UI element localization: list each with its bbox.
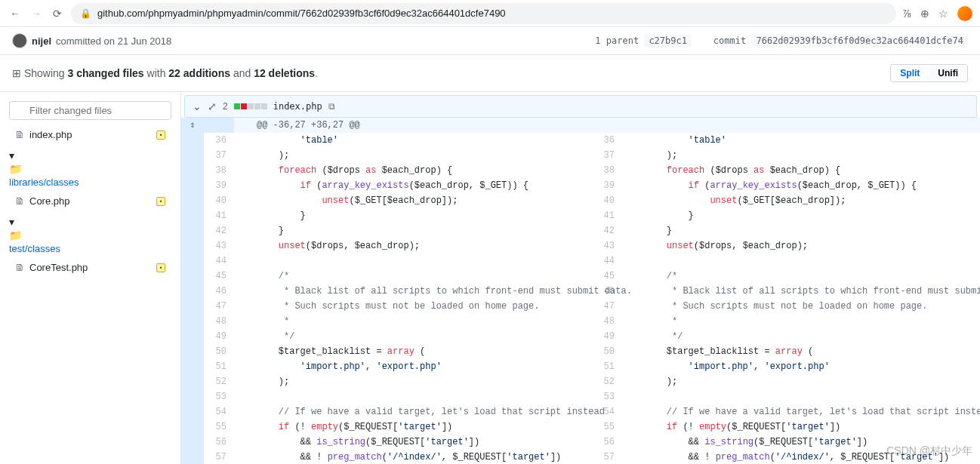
line-number[interactable]: 47: [204, 299, 234, 314]
line-number[interactable]: 55: [204, 419, 234, 435]
line-number[interactable]: 40: [204, 193, 234, 208]
diffstat-icon[interactable]: ⊞: [12, 67, 21, 79]
line-number[interactable]: 49: [204, 329, 234, 344]
line-number[interactable]: 57: [592, 450, 622, 464]
line-number[interactable]: 44: [592, 254, 622, 269]
expand-gutter[interactable]: [181, 238, 204, 254]
avatar[interactable]: [12, 33, 27, 48]
file-path[interactable]: index.php: [273, 101, 322, 112]
folder-toggle[interactable]: ▾: [9, 214, 171, 229]
expand-gutter[interactable]: [181, 359, 204, 374]
expand-gutter[interactable]: [181, 435, 204, 450]
expand-gutter[interactable]: [181, 193, 204, 208]
zoom-icon[interactable]: ⊕: [920, 8, 929, 20]
line-number[interactable]: 45: [204, 269, 234, 284]
line-number[interactable]: 57: [204, 450, 234, 464]
line-number[interactable]: 36: [204, 133, 234, 148]
expand-gutter[interactable]: [181, 223, 204, 238]
line-number[interactable]: 44: [204, 254, 234, 269]
line-number[interactable]: 51: [592, 359, 622, 374]
code-line: 'table': [249, 133, 592, 148]
line-number[interactable]: 55: [592, 419, 622, 435]
expand-gutter[interactable]: [181, 163, 204, 178]
line-number[interactable]: 40: [592, 193, 622, 208]
folder-toggle[interactable]: ▾: [9, 148, 171, 163]
line-number[interactable]: 54: [204, 404, 234, 419]
expand-gutter[interactable]: [181, 133, 204, 148]
line-number[interactable]: 46: [204, 284, 234, 299]
line-number[interactable]: 43: [592, 238, 622, 254]
line-number[interactable]: 48: [204, 314, 234, 329]
line-number[interactable]: 48: [592, 314, 622, 329]
file-icon: 🗎: [15, 129, 25, 140]
line-number[interactable]: 47: [592, 299, 622, 314]
translate-icon[interactable]: ⅞: [902, 8, 911, 20]
expand-gutter[interactable]: [181, 284, 204, 299]
hunk-header: @@ -36,27 +36,27 @@: [249, 118, 980, 133]
file-tree-item[interactable]: 🗎CoreTest.php •: [9, 259, 171, 276]
expand-gutter[interactable]: [181, 208, 204, 223]
expand-gutter[interactable]: [181, 344, 204, 359]
expand-gutter[interactable]: [181, 299, 204, 314]
line-number[interactable]: 42: [592, 223, 622, 238]
code-line: }: [637, 223, 980, 238]
line-number[interactable]: 39: [592, 178, 622, 193]
line-number[interactable]: 50: [204, 344, 234, 359]
modified-badge: •: [156, 263, 165, 272]
changed-files[interactable]: 3 changed files: [67, 67, 143, 79]
expand-hunk-icon[interactable]: ⇕: [181, 118, 204, 133]
folder-path[interactable]: test/classes: [9, 241, 171, 256]
line-number[interactable]: 41: [592, 208, 622, 223]
line-number[interactable]: 36: [592, 133, 622, 148]
line-number[interactable]: 50: [592, 344, 622, 359]
expand-gutter[interactable]: [181, 329, 204, 344]
reload-button[interactable]: ⟳: [50, 6, 65, 21]
code-line: [637, 389, 980, 404]
file-tree-item[interactable]: 🗎Core.php •: [9, 192, 171, 210]
author-name[interactable]: nijel: [32, 35, 51, 47]
line-number[interactable]: 42: [204, 223, 234, 238]
forward-button[interactable]: →: [29, 6, 44, 21]
filter-input[interactable]: [9, 101, 171, 120]
star-icon[interactable]: ☆: [938, 8, 948, 20]
expand-gutter[interactable]: [181, 314, 204, 329]
unified-view-button[interactable]: Unifi: [929, 65, 967, 81]
expand-gutter[interactable]: [181, 450, 204, 464]
parent-sha[interactable]: c27b9c1: [644, 34, 692, 48]
file-tree-item[interactable]: 🗎index.php •: [9, 126, 171, 143]
line-number[interactable]: 56: [204, 435, 234, 450]
line-number[interactable]: 38: [204, 163, 234, 178]
expand-gutter[interactable]: [181, 148, 204, 163]
expand-gutter[interactable]: [181, 178, 204, 193]
line-number[interactable]: 49: [592, 329, 622, 344]
back-button[interactable]: ←: [8, 6, 23, 21]
line-number[interactable]: 56: [592, 435, 622, 450]
line-number[interactable]: 37: [592, 148, 622, 163]
split-view-button[interactable]: Split: [891, 65, 929, 81]
line-number[interactable]: 45: [592, 269, 622, 284]
chevron-down-icon[interactable]: ⌄: [193, 100, 202, 112]
address-bar[interactable]: 🔒 github.com/phpmyadmin/phpmyadmin/commi…: [71, 3, 896, 24]
line-number[interactable]: 52: [592, 374, 622, 389]
expand-icon[interactable]: ⤢: [208, 100, 217, 112]
expand-gutter[interactable]: [181, 269, 204, 284]
line-number[interactable]: 52: [204, 374, 234, 389]
expand-gutter[interactable]: [181, 374, 204, 389]
line-number[interactable]: 37: [204, 148, 234, 163]
expand-gutter[interactable]: [181, 419, 204, 435]
diff-table: ⇕@@ -36,27 +36,27 @@36 'table'36 'table'…: [181, 118, 980, 464]
line-number[interactable]: 51: [204, 359, 234, 374]
line-number[interactable]: 39: [204, 178, 234, 193]
expand-gutter[interactable]: [181, 254, 204, 269]
extension-icon[interactable]: [957, 6, 972, 21]
folder-path[interactable]: libraries/classes: [9, 175, 171, 189]
copy-icon[interactable]: ⧉: [328, 101, 335, 112]
commit-sha[interactable]: 7662d02939fb3cf6f0d9ec32ac664401dcfe74: [751, 34, 968, 48]
expand-gutter[interactable]: [181, 404, 204, 419]
line-number[interactable]: 53: [592, 389, 622, 404]
line-number[interactable]: 38: [592, 163, 622, 178]
expand-gutter[interactable]: [181, 389, 204, 404]
line-number[interactable]: 41: [204, 208, 234, 223]
line-number[interactable]: 43: [204, 238, 234, 254]
line-number[interactable]: 53: [204, 389, 234, 404]
